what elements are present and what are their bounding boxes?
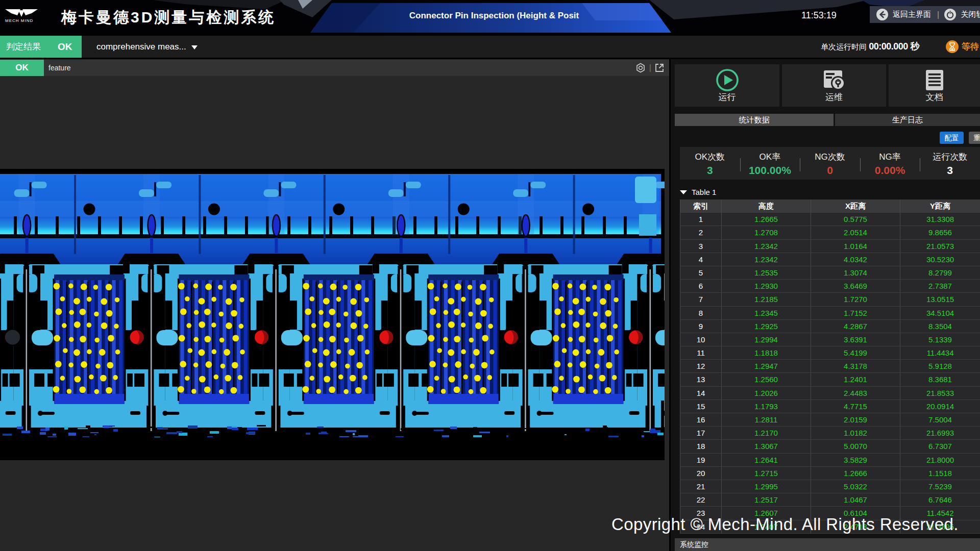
- svg-text:MECH MIND: MECH MIND: [5, 18, 33, 23]
